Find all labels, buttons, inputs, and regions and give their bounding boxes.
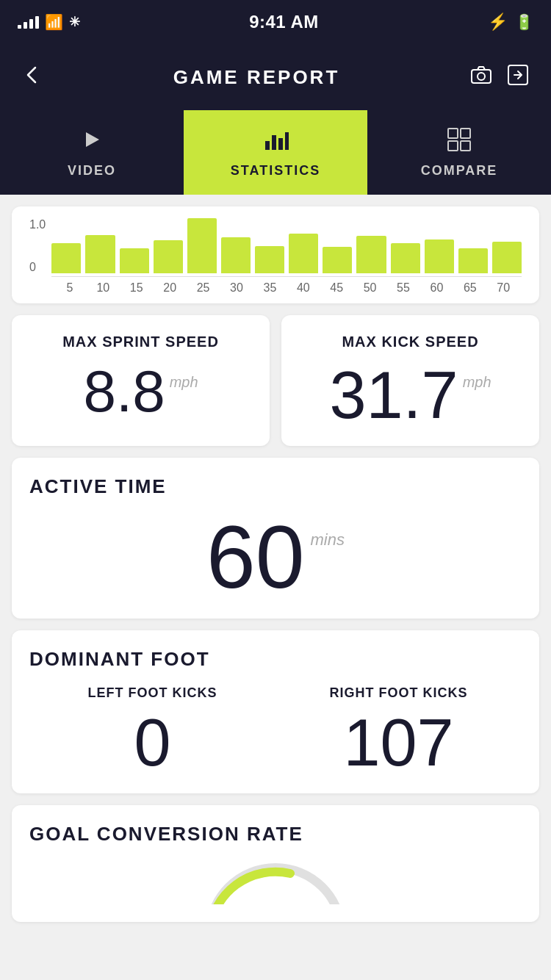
signal-bars bbox=[18, 16, 39, 29]
left-foot-col: LEFT FOOT KICKS 0 bbox=[29, 685, 276, 776]
right-foot-col: RIGHT FOOT KICKS 107 bbox=[276, 685, 522, 776]
max-kick-speed-card: MAX KICK SPEED 31.7 mph bbox=[281, 315, 539, 446]
active-time-value: 60 bbox=[206, 513, 304, 601]
share-button[interactable] bbox=[507, 64, 529, 91]
active-time-value-row: 60 mins bbox=[29, 513, 522, 601]
page-title: GAME REPORT bbox=[173, 66, 340, 89]
right-foot-value: 107 bbox=[276, 710, 522, 776]
status-right: ⚡ 🔋 bbox=[488, 12, 533, 32]
chart-bar bbox=[356, 236, 386, 273]
goal-conversion-label: GOAL CONVERSION RATE bbox=[29, 823, 522, 846]
chart-bar bbox=[391, 243, 420, 273]
wifi-icon: 📶 bbox=[45, 13, 63, 31]
chart-bar bbox=[85, 235, 115, 274]
active-time-unit: mins bbox=[311, 530, 345, 550]
chart-bar bbox=[289, 234, 318, 273]
chart-bar bbox=[154, 240, 183, 273]
chart-x-label: 65 bbox=[453, 281, 486, 295]
svg-rect-5 bbox=[272, 135, 276, 150]
battery-icon: 🔋 bbox=[515, 13, 533, 31]
sprint-speed-value-row: 8.8 mph bbox=[29, 362, 252, 421]
chart-bar bbox=[187, 218, 217, 273]
chart-x-label: 5 bbox=[53, 281, 86, 295]
dominant-foot-label: DOMINANT FOOT bbox=[29, 648, 522, 671]
active-time-label: ACTIVE TIME bbox=[29, 475, 522, 498]
svg-rect-9 bbox=[461, 129, 470, 138]
chart-x-label: 10 bbox=[87, 281, 120, 295]
tab-video-label: VIDEO bbox=[68, 163, 116, 179]
chart-x-label: 35 bbox=[253, 281, 287, 295]
chart-x-label: 50 bbox=[353, 281, 386, 295]
signal-bar-2 bbox=[24, 22, 27, 29]
svg-rect-11 bbox=[461, 141, 470, 151]
goal-conversion-chart bbox=[202, 860, 349, 904]
right-foot-label: RIGHT FOOT KICKS bbox=[276, 685, 522, 701]
tab-compare[interactable]: COMPARE bbox=[367, 110, 551, 195]
chart-x-label: 40 bbox=[287, 281, 320, 295]
chart-bar bbox=[221, 237, 251, 273]
left-foot-label: LEFT FOOT KICKS bbox=[29, 685, 276, 701]
kick-speed-label: MAX KICK SPEED bbox=[299, 333, 522, 350]
chart-bar bbox=[492, 242, 522, 274]
signal-bar-3 bbox=[29, 19, 33, 29]
nav-icons bbox=[470, 64, 529, 91]
svg-rect-8 bbox=[448, 129, 458, 138]
camera-button[interactable] bbox=[470, 64, 492, 91]
dominant-foot-card: DOMINANT FOOT LEFT FOOT KICKS 0 RIGHT FO… bbox=[12, 630, 539, 793]
chart-bar bbox=[458, 248, 488, 273]
signal-bar-4 bbox=[35, 16, 39, 29]
max-sprint-speed-card: MAX SPRINT SPEED 8.8 mph bbox=[12, 315, 270, 446]
y-label-bottom: 0 bbox=[29, 261, 46, 274]
compare-icon bbox=[446, 126, 472, 159]
signal-bar-1 bbox=[18, 25, 21, 29]
kick-speed-unit: mph bbox=[463, 374, 491, 391]
active-time-card: ACTIVE TIME 60 mins bbox=[12, 458, 539, 619]
kick-speed-value: 31.7 bbox=[329, 362, 458, 428]
chart-x-label: 25 bbox=[187, 281, 220, 295]
y-label-top: 1.0 bbox=[29, 218, 46, 231]
svg-rect-4 bbox=[265, 141, 270, 150]
chart-x-label: 45 bbox=[320, 281, 353, 295]
tab-compare-label: COMPARE bbox=[421, 163, 498, 179]
main-content: 1.0 0 510152025303540455055606570 MAX SP… bbox=[0, 195, 551, 934]
status-time: 9:41 AM bbox=[249, 12, 319, 32]
chart-x-label: 20 bbox=[153, 281, 186, 295]
chart-card: 1.0 0 510152025303540455055606570 bbox=[12, 206, 539, 303]
chart-x-label: 15 bbox=[120, 281, 153, 295]
chart-bar bbox=[51, 243, 81, 273]
back-button[interactable] bbox=[22, 65, 43, 90]
tab-statistics[interactable]: STATISTICS bbox=[184, 110, 367, 195]
bluetooth-icon: ⚡ bbox=[488, 12, 508, 32]
statistics-icon bbox=[262, 126, 289, 159]
tab-video[interactable]: VIDEO bbox=[0, 110, 184, 195]
chart-y-labels: 1.0 0 bbox=[29, 218, 46, 277]
tab-statistics-label: STATISTICS bbox=[231, 163, 320, 179]
svg-rect-0 bbox=[472, 70, 491, 83]
sprint-speed-unit: mph bbox=[170, 374, 198, 391]
chart-x-label: 70 bbox=[487, 281, 520, 295]
chart-bar bbox=[425, 239, 454, 274]
chart-x-label: 30 bbox=[220, 281, 253, 295]
chart-bar bbox=[255, 246, 284, 274]
sprint-speed-value: 8.8 bbox=[83, 362, 165, 421]
svg-rect-6 bbox=[278, 138, 283, 150]
goal-conversion-card: GOAL CONVERSION RATE bbox=[12, 805, 539, 922]
chart-x-label: 60 bbox=[420, 281, 453, 295]
left-foot-value: 0 bbox=[29, 710, 276, 776]
kick-speed-value-row: 31.7 mph bbox=[299, 362, 522, 428]
video-icon bbox=[79, 126, 105, 159]
status-bar: 📶 ✳ 9:41 AM ⚡ 🔋 bbox=[0, 0, 551, 44]
svg-point-1 bbox=[478, 73, 485, 80]
activity-icon: ✳ bbox=[69, 14, 80, 30]
speed-stats-row: MAX SPRINT SPEED 8.8 mph MAX KICK SPEED … bbox=[12, 315, 539, 446]
chart-bar bbox=[323, 247, 352, 273]
foot-row: LEFT FOOT KICKS 0 RIGHT FOOT KICKS 107 bbox=[29, 685, 522, 776]
chart-bar bbox=[120, 248, 149, 273]
nav-bar: GAME REPORT bbox=[0, 44, 551, 110]
status-left: 📶 ✳ bbox=[18, 13, 80, 31]
svg-rect-10 bbox=[448, 141, 458, 151]
chart-x-labels: 510152025303540455055606570 bbox=[51, 281, 522, 295]
chart-x-label: 55 bbox=[386, 281, 419, 295]
tab-bar: VIDEO STATISTICS COMPARE bbox=[0, 110, 551, 195]
svg-rect-7 bbox=[285, 132, 289, 150]
